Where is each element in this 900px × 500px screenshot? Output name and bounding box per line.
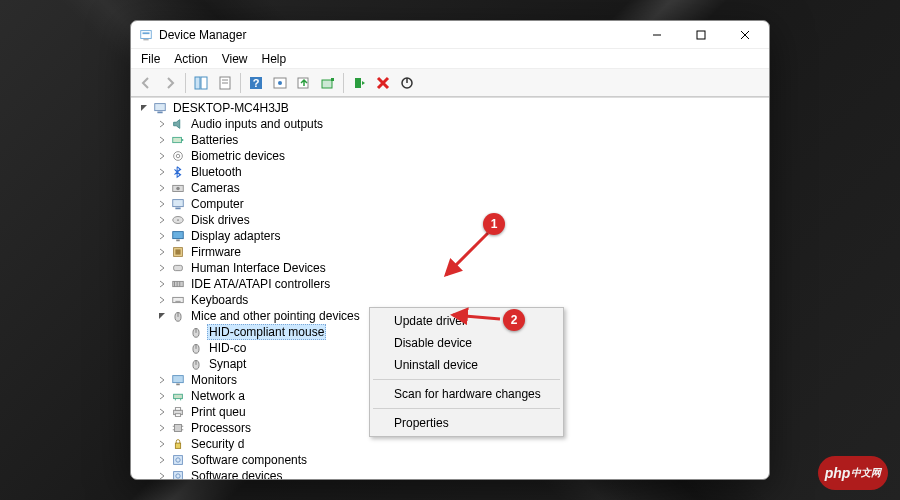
watermark-text: php <box>825 465 851 481</box>
tree-category[interactable]: Computer <box>133 196 769 212</box>
svg-rect-62 <box>175 425 182 432</box>
svg-rect-38 <box>174 265 183 270</box>
display-icon <box>170 228 186 244</box>
menu-help[interactable]: Help <box>256 51 293 67</box>
forward-button[interactable] <box>159 72 181 94</box>
chevron-right-icon[interactable] <box>155 437 169 451</box>
chevron-right-icon[interactable] <box>155 149 169 163</box>
tree-category[interactable]: IDE ATA/ATAPI controllers <box>133 276 769 292</box>
monitor-icon <box>170 372 186 388</box>
menubar: File Action View Help <box>131 49 769 69</box>
tree-root[interactable]: DESKTOP-MC4H3JB <box>133 100 769 116</box>
chevron-down-icon[interactable] <box>155 309 169 323</box>
chevron-right-icon[interactable] <box>155 165 169 179</box>
back-button[interactable] <box>135 72 157 94</box>
ide-icon <box>170 276 186 292</box>
tree-category[interactable]: Bluetooth <box>133 164 769 180</box>
device-manager-window: Device Manager File Action View Help ? D… <box>130 20 770 480</box>
chevron-right-icon[interactable] <box>155 421 169 435</box>
chevron-right-icon[interactable] <box>155 213 169 227</box>
tree-category-label: Processors <box>189 421 253 435</box>
tree-category-label: Batteries <box>189 133 240 147</box>
chevron-right-icon[interactable] <box>155 453 169 467</box>
action-button[interactable] <box>269 72 291 94</box>
tree-category[interactable]: Display adapters <box>133 228 769 244</box>
keyboard-icon <box>170 292 186 308</box>
tree-category[interactable]: Firmware <box>133 244 769 260</box>
svg-rect-18 <box>331 78 334 81</box>
menu-view[interactable]: View <box>216 51 254 67</box>
chevron-right-icon[interactable] <box>155 229 169 243</box>
chevron-right-icon[interactable] <box>155 469 169 479</box>
svg-rect-56 <box>174 394 183 398</box>
context-menu-item[interactable]: Scan for hardware changes <box>372 383 561 405</box>
bluetooth-icon <box>170 164 186 180</box>
chevron-right-icon[interactable] <box>155 405 169 419</box>
menu-separator <box>373 408 560 409</box>
uninstall-device-button[interactable] <box>372 72 394 94</box>
computer-icon <box>152 100 168 116</box>
printer-icon <box>170 404 186 420</box>
tree-category-label: Software devices <box>189 469 284 479</box>
help-button[interactable]: ? <box>245 72 267 94</box>
chevron-right-icon[interactable] <box>155 373 169 387</box>
tree-category[interactable]: Security d <box>133 436 769 452</box>
scan-hardware-button[interactable] <box>317 72 339 94</box>
chevron-right-icon[interactable] <box>155 197 169 211</box>
chevron-right-icon[interactable] <box>155 389 169 403</box>
tree-device-label: HID-compliant mouse <box>207 324 326 340</box>
context-menu-item[interactable]: Update driver <box>372 310 561 332</box>
menu-action[interactable]: Action <box>168 51 213 67</box>
chevron-right-icon[interactable] <box>155 277 169 291</box>
maximize-button[interactable] <box>679 21 723 49</box>
tree-category[interactable]: Keyboards <box>133 292 769 308</box>
minimize-button[interactable] <box>635 21 679 49</box>
security-icon <box>170 436 186 452</box>
svg-rect-34 <box>173 232 184 239</box>
chevron-right-icon[interactable] <box>155 133 169 147</box>
tree-category-label: Mice and other pointing devices <box>189 309 362 323</box>
tree-category[interactable]: Biometric devices <box>133 148 769 164</box>
tree-category-label: Security d <box>189 437 246 451</box>
chevron-right-icon[interactable] <box>155 117 169 131</box>
properties-button[interactable] <box>214 72 236 94</box>
tree-device-label: Synapt <box>207 357 248 371</box>
tree-category[interactable]: Software devices <box>133 468 769 479</box>
tree-category-label: Cameras <box>189 181 242 195</box>
update-driver-button[interactable] <box>293 72 315 94</box>
chevron-right-icon[interactable] <box>155 245 169 259</box>
tree-category[interactable]: Human Interface Devices <box>133 260 769 276</box>
audio-icon <box>170 116 186 132</box>
tree-category[interactable]: Disk drives <box>133 212 769 228</box>
svg-rect-54 <box>173 376 184 383</box>
context-menu-item[interactable]: Disable device <box>372 332 561 354</box>
software-icon <box>170 468 186 479</box>
chevron-down-icon[interactable] <box>137 101 151 115</box>
context-menu-item[interactable]: Uninstall device <box>372 354 561 376</box>
annotation-badge-2: 2 <box>503 309 525 331</box>
tree-category[interactable]: Batteries <box>133 132 769 148</box>
menu-file[interactable]: File <box>135 51 166 67</box>
disable-device-button[interactable] <box>396 72 418 94</box>
chevron-right-icon[interactable] <box>155 293 169 307</box>
enable-device-button[interactable] <box>348 72 370 94</box>
tree-category-label: Human Interface Devices <box>189 261 328 275</box>
svg-rect-22 <box>155 104 166 111</box>
svg-rect-4 <box>697 31 705 39</box>
computer-icon <box>170 196 186 212</box>
tree-category[interactable]: Cameras <box>133 180 769 196</box>
close-button[interactable] <box>723 21 767 49</box>
svg-rect-0 <box>141 30 152 38</box>
tree-category-label: Firmware <box>189 245 243 259</box>
context-menu-item[interactable]: Properties <box>372 412 561 434</box>
toolbar-separator <box>343 73 344 93</box>
firmware-icon <box>170 244 186 260</box>
show-hide-tree-button[interactable] <box>190 72 212 94</box>
tree-category[interactable]: Audio inputs and outputs <box>133 116 769 132</box>
tree-category[interactable]: Software components <box>133 452 769 468</box>
window-title: Device Manager <box>159 28 246 42</box>
chevron-right-icon[interactable] <box>155 181 169 195</box>
svg-rect-7 <box>195 77 200 89</box>
tree-category-label: Audio inputs and outputs <box>189 117 325 131</box>
chevron-right-icon[interactable] <box>155 261 169 275</box>
